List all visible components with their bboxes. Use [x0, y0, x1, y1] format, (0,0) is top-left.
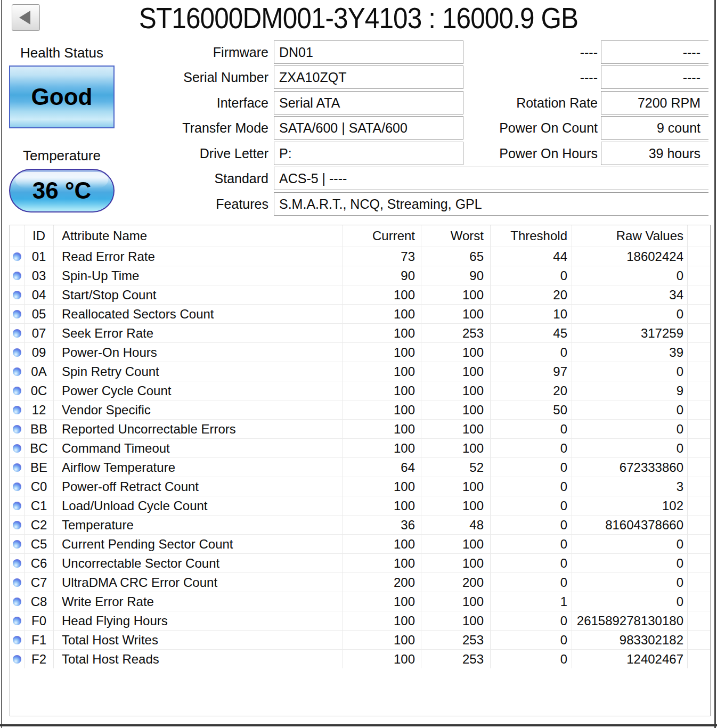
info-label-0: Firmware	[107, 40, 268, 64]
stat-label-1: ----	[436, 66, 598, 89]
cell-id: 0A	[25, 362, 54, 381]
info-value-1[interactable]: ZXA10ZQT	[274, 66, 463, 89]
stat-label-4: Power On Hours	[436, 142, 598, 165]
cell-id: 05	[25, 305, 54, 323]
cell-status	[10, 611, 25, 630]
cell-threshold: 0	[491, 439, 572, 457]
cell-worst: 100	[421, 362, 491, 381]
cell-worst: 253	[421, 650, 491, 668]
cell-current: 100	[343, 611, 421, 630]
cell-attribute-name: Temperature	[54, 516, 343, 534]
cell-threshold: 0	[491, 420, 572, 438]
cell-current: 100	[343, 439, 421, 457]
cell-current: 100	[343, 362, 421, 381]
status-dot-icon	[13, 540, 21, 549]
info-value-4[interactable]: P:	[274, 142, 463, 165]
cell-threshold: 97	[491, 362, 572, 381]
cell-raw-values: 0	[572, 266, 688, 285]
table-row[interactable]: F2Total Host Reads100253012402467	[10, 649, 710, 668]
stat-value-3[interactable]: 9 count	[601, 116, 708, 140]
cell-status	[10, 631, 25, 649]
cell-raw-values: 81604378660	[572, 516, 688, 534]
info-value-0[interactable]: DN01	[274, 40, 463, 64]
cell-current: 100	[343, 535, 421, 553]
cell-worst: 48	[421, 516, 491, 534]
table-row[interactable]: C5Current Pending Sector Count10010000	[10, 534, 710, 553]
header-current: Current	[343, 225, 421, 247]
table-row[interactable]: F1Total Host Writes1002530983302182	[10, 630, 710, 649]
cell-id: 04	[25, 285, 54, 304]
temperature-badge[interactable]: 36 °C	[9, 169, 115, 212]
table-row[interactable]: 0CPower Cycle Count100100209	[10, 381, 710, 400]
cell-id: 12	[25, 400, 54, 419]
cell-raw-values: 0	[572, 362, 688, 381]
table-row[interactable]: C1Load/Unload Cycle Count1001000102	[10, 496, 710, 515]
cell-attribute-name: Airflow Temperature	[54, 458, 343, 477]
status-dot-icon	[13, 444, 21, 453]
table-row[interactable]: C8Write Error Rate10010010	[10, 592, 710, 611]
cell-id: BB	[25, 420, 54, 438]
info-value-5[interactable]: ACS-5 | ----	[274, 167, 708, 190]
cell-worst: 52	[421, 458, 491, 477]
cell-id: C1	[25, 496, 54, 515]
cell-attribute-name: Reallocated Sectors Count	[54, 305, 343, 323]
info-value-6[interactable]: S.M.A.R.T., NCQ, Streaming, GPL	[274, 192, 708, 216]
table-row[interactable]: 03Spin-Up Time909000	[10, 266, 710, 285]
table-row[interactable]: 01Read Error Rate73654418602424	[10, 247, 710, 266]
status-dot-icon	[13, 291, 21, 299]
table-row[interactable]: C7UltraDMA CRC Error Count20020000	[10, 572, 710, 592]
status-dot-icon	[13, 387, 21, 395]
stat-value-1[interactable]: ----	[601, 66, 708, 89]
cell-spacer	[688, 611, 710, 630]
stat-value-0[interactable]: ----	[601, 40, 708, 64]
cell-spacer	[688, 343, 710, 362]
table-row[interactable]: C2Temperature3648081604378660	[10, 515, 710, 534]
info-value-3[interactable]: SATA/600 | SATA/600	[274, 116, 463, 140]
cell-raw-values: 102	[572, 496, 688, 515]
cell-id: C5	[25, 535, 54, 553]
cell-current: 100	[343, 554, 421, 572]
table-row[interactable]: BBReported Uncorrectable Errors10010000	[10, 419, 710, 438]
cell-worst: 100	[421, 477, 491, 496]
table-row[interactable]: 0ASpin Retry Count100100970	[10, 362, 710, 381]
table-row[interactable]: BCCommand Timeout10010000	[10, 438, 710, 457]
cell-current: 73	[343, 247, 421, 266]
info-label-5: Standard	[107, 167, 268, 190]
status-dot-icon	[13, 598, 21, 606]
cell-attribute-name: Power Cycle Count	[54, 381, 343, 400]
table-row[interactable]: F0Head Flying Hours100100026158927813018…	[10, 611, 710, 630]
cell-current: 100	[343, 650, 421, 668]
table-row[interactable]: C0Power-off Retract Count10010003	[10, 477, 710, 496]
stat-value-4[interactable]: 39 hours	[601, 142, 708, 165]
table-row[interactable]: 09Power-On Hours100100039	[10, 342, 710, 362]
cell-current: 100	[343, 631, 421, 649]
cell-raw-values: 3	[572, 477, 688, 496]
table-row[interactable]: 12Vendor Specific100100500	[10, 400, 710, 419]
cell-spacer	[688, 362, 710, 381]
table-row[interactable]: C6Uncorrectable Sector Count10010000	[10, 553, 710, 572]
header-attribute-name: Attribute Name	[54, 225, 343, 247]
cell-threshold: 20	[491, 381, 572, 400]
cell-current: 100	[343, 592, 421, 611]
cell-status	[10, 343, 25, 362]
cell-current: 100	[343, 324, 421, 342]
table-row[interactable]: 04Start/Stop Count1001002034	[10, 285, 710, 304]
table-row[interactable]: BEAirflow Temperature64520672333860	[10, 457, 710, 477]
cell-worst: 90	[421, 266, 491, 285]
status-dot-icon	[13, 310, 21, 318]
stat-value-2[interactable]: 7200 RPM	[601, 91, 708, 114]
cell-raw-values: 0	[572, 420, 688, 438]
status-dot-icon	[13, 406, 21, 414]
cell-raw-values: 18602424	[572, 247, 688, 266]
table-row[interactable]: 07Seek Error Rate10025345317259	[10, 323, 710, 342]
temperature-value: 36 °C	[32, 177, 92, 204]
status-dot-icon	[13, 329, 21, 338]
back-button[interactable]	[12, 4, 40, 31]
health-status-badge[interactable]: Good	[9, 66, 115, 128]
table-row[interactable]: 05Reallocated Sectors Count100100100	[10, 304, 710, 323]
cell-raw-values: 0	[572, 535, 688, 553]
info-value-2[interactable]: Serial ATA	[274, 91, 463, 114]
cell-id: 07	[25, 324, 54, 342]
cell-spacer	[688, 285, 710, 304]
cell-worst: 100	[421, 535, 491, 553]
